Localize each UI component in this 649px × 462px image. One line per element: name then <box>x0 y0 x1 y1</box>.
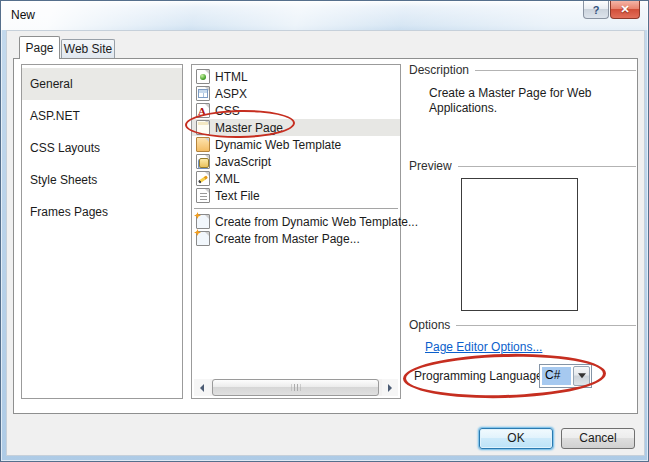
category-item-css-layouts[interactable]: CSS Layouts <box>22 132 182 164</box>
help-icon: ? <box>593 4 600 16</box>
category-item-style-sheets[interactable]: Style Sheets <box>22 164 182 196</box>
list-item-label: Create from Dynamic Web Template... <box>215 215 418 229</box>
scroll-right-arrow-icon <box>388 384 396 392</box>
category-item-aspnet[interactable]: ASP.NET <box>22 100 182 132</box>
list-item-html[interactable]: HTML <box>192 68 400 85</box>
master-page-icon <box>196 120 210 135</box>
list-item-label: Master Page <box>215 121 283 135</box>
new-dialog: New ? ✕ Page Web Site General ASP.NET CS… <box>0 0 649 462</box>
window-title: New <box>11 8 35 22</box>
scrollbar-thumb[interactable] <box>212 379 379 396</box>
cancel-button-label: Cancel <box>579 431 616 445</box>
dynamic-web-template-icon <box>196 137 210 152</box>
horizontal-scrollbar[interactable] <box>194 379 398 396</box>
preview-header-label: Preview <box>409 159 452 173</box>
programming-language-label: Programming Language: <box>414 369 546 383</box>
list-item-label: XML <box>215 172 240 186</box>
list-item-javascript[interactable]: JavaScript <box>192 153 400 170</box>
close-button[interactable]: ✕ <box>610 1 640 19</box>
list-item-label: Create from Master Page... <box>215 232 360 246</box>
preview-header: Preview <box>409 159 636 173</box>
create-from-master-page-icon <box>196 231 210 246</box>
ok-button[interactable]: OK <box>479 428 553 449</box>
description-header-label: Description <box>409 63 469 77</box>
ok-button-label: OK <box>507 431 524 445</box>
text-file-icon <box>196 188 210 203</box>
combobox-selected-value[interactable]: C# <box>542 367 571 385</box>
options-header: Options <box>409 318 636 332</box>
tab-page[interactable]: Page <box>19 36 60 59</box>
list-item-aspx[interactable]: ASPX <box>192 85 400 102</box>
scroll-right-button[interactable] <box>382 379 398 396</box>
cancel-button[interactable]: Cancel <box>561 428 635 449</box>
list-separator <box>194 208 398 209</box>
list-item-label: ASPX <box>215 87 247 101</box>
list-item-dynamic-web-template[interactable]: Dynamic Web Template <box>192 136 400 153</box>
preview-box <box>461 178 578 311</box>
list-item-create-from-dwt[interactable]: Create from Dynamic Web Template... <box>192 213 400 230</box>
tab-web-site-label: Web Site <box>64 42 112 56</box>
list-item-label: CSS <box>215 104 240 118</box>
help-button[interactable]: ? <box>583 1 609 19</box>
xml-file-icon <box>196 171 210 186</box>
close-icon: ✕ <box>620 3 629 16</box>
list-item-master-page[interactable]: Master Page <box>192 119 400 136</box>
html-file-icon <box>196 69 210 84</box>
page-editor-options-link[interactable]: Page Editor Options... <box>425 340 542 354</box>
scroll-left-button[interactable] <box>194 379 210 396</box>
css-file-icon <box>196 103 210 118</box>
list-item-css[interactable]: CSS <box>192 102 400 119</box>
programming-language-combobox[interactable]: C# <box>539 364 592 388</box>
javascript-file-icon <box>196 154 210 169</box>
scroll-left-arrow-icon <box>196 384 204 392</box>
category-item-frames-pages[interactable]: Frames Pages <box>22 196 182 228</box>
combobox-dropdown-button[interactable] <box>573 366 590 386</box>
description-text: Create a Master Page for Web Application… <box>429 86 619 116</box>
group-line <box>475 70 636 71</box>
category-item-general[interactable]: General <box>22 68 182 100</box>
list-item-label: JavaScript <box>215 155 271 169</box>
window-controls: ? ✕ <box>583 1 640 19</box>
options-header-label: Options <box>409 318 450 332</box>
aspx-file-icon <box>196 86 210 101</box>
list-item-create-from-master-page[interactable]: Create from Master Page... <box>192 230 400 247</box>
group-line <box>458 166 636 167</box>
list-item-label: Text File <box>215 189 260 203</box>
list-item-label: Dynamic Web Template <box>215 138 341 152</box>
description-header: Description <box>409 63 636 77</box>
create-from-dwt-icon <box>196 214 210 229</box>
list-item-label: HTML <box>215 70 248 84</box>
list-item-xml[interactable]: XML <box>192 170 400 187</box>
title-bar[interactable]: New <box>1 1 578 30</box>
file-type-list: HTML ASPX CSS Master Page Dynamic Web Te… <box>191 64 401 399</box>
category-list: General ASP.NET CSS Layouts Style Sheets… <box>21 64 183 399</box>
tab-web-site[interactable]: Web Site <box>61 39 115 59</box>
list-item-text-file[interactable]: Text File <box>192 187 400 204</box>
tab-page-label: Page <box>25 41 53 55</box>
group-line <box>456 325 636 326</box>
